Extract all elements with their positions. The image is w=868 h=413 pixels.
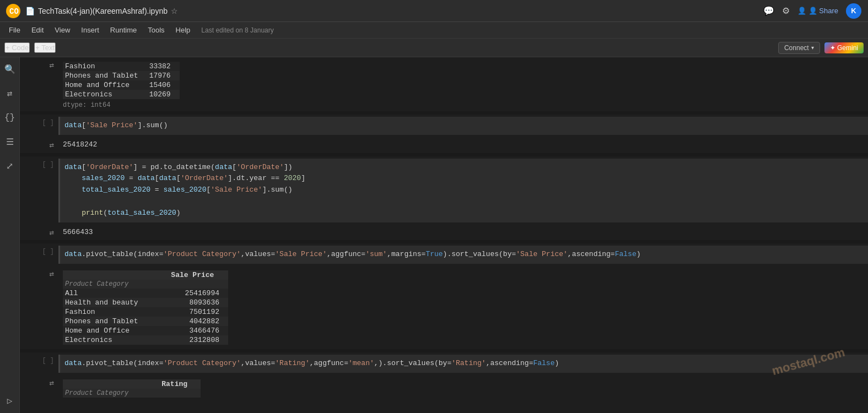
cell2-output-gutter: ⇄ xyxy=(20,138,58,150)
table-cell: 10269 xyxy=(147,90,180,99)
cell4-output-body: Sale Price Product Category All 25416994… xyxy=(58,267,868,348)
table-cell-value: 2312808 xyxy=(164,335,228,345)
table-row: Phones and Tablet 17976 xyxy=(63,71,180,80)
cell4-code-line: data.pivot_table(index='Product Category… xyxy=(64,249,864,260)
table-cell: Phones and Tablet xyxy=(63,71,147,80)
sidebar-code-icon[interactable]: {} xyxy=(2,110,18,126)
chat-icon[interactable]: 💬 xyxy=(763,6,774,16)
cell3-gutter: [ ] xyxy=(20,159,58,169)
cell1-output-body: Fashion 33382 Phones and Tablet 17976 Ho… xyxy=(58,58,868,110)
pivot-table-rating: Rating Product Category xyxy=(63,379,201,398)
cell2: [ ] data['Sale Price'].sum() xyxy=(20,115,868,137)
menu-edit[interactable]: Edit xyxy=(27,25,48,35)
add-code-button[interactable]: + Code xyxy=(4,42,30,53)
share-button[interactable]: 👤 👤 Share xyxy=(797,7,838,15)
table-cell: Electronics xyxy=(63,90,147,99)
table-cell: 17976 xyxy=(147,71,180,80)
cell5-output-gutter: ⇄ xyxy=(20,376,58,388)
sidebar-files-icon[interactable]: ☰ xyxy=(2,134,18,150)
sidebar: 🔍 ⇄ {} ☰ ⤢ ▷ xyxy=(0,57,20,413)
sidebar-run-icon[interactable]: ▷ xyxy=(2,393,18,409)
toolbar: + Code + Text Connect ▾ ✦ Gemini xyxy=(0,39,868,57)
cell2-output-value: 25418242 xyxy=(63,139,864,151)
cell2-output-body: 25418242 xyxy=(58,138,868,152)
table-cell-value: 25416994 xyxy=(164,289,228,298)
table-row: Home and Office 15406 xyxy=(63,80,180,90)
menu-tools[interactable]: Tools xyxy=(143,25,169,35)
pivot-rating-header: Rating xyxy=(63,379,201,389)
avatar[interactable]: K xyxy=(846,3,861,19)
table-cell: Fashion xyxy=(63,62,147,71)
table-cell-value: 7501192 xyxy=(164,307,228,317)
cell3-output-body: 5666433 xyxy=(58,226,868,240)
table-row: Electronics 10269 xyxy=(63,90,180,99)
table-header-category-label: Product Category xyxy=(63,280,164,289)
menu-insert[interactable]: Insert xyxy=(77,25,104,35)
pivot-table-sale-price: Sale Price Product Category All 25416994… xyxy=(63,270,228,345)
table-row: Health and beauty 8093636 xyxy=(63,298,228,307)
notebook-title[interactable]: TechTask(4-jan)(KareemAshraf).ipynb xyxy=(38,7,168,15)
table-row: Home and Office 3466476 xyxy=(63,326,228,335)
settings-icon[interactable]: ⚙ xyxy=(782,6,790,16)
menu-view[interactable]: View xyxy=(50,25,74,35)
table-header-rating: Rating xyxy=(155,379,201,389)
table-cell-category: Fashion xyxy=(63,307,164,317)
menu-runtime[interactable]: Runtime xyxy=(106,25,141,35)
table-row: All 25416994 xyxy=(63,289,228,298)
table-header-empty xyxy=(63,379,155,389)
cell4-gutter: [ ] xyxy=(20,246,58,256)
star-icon[interactable]: ☆ xyxy=(171,7,178,15)
notebook: ⇄ Fashion 33382 Phones and Tablet 17976 … xyxy=(20,57,868,413)
cell2-code-line: data['Sale Price'].sum() xyxy=(64,121,168,129)
cell4-output-gutter: ⇄ xyxy=(20,267,58,279)
cell3-bracket: [ ] xyxy=(42,161,54,169)
cell3-code-body[interactable]: data['OrderDate'] = pd.to_datetime(data[… xyxy=(58,159,868,222)
sidebar-search-icon[interactable]: 🔍 xyxy=(2,62,18,77)
table-cell xyxy=(164,280,228,289)
table-cell-category: Home and Office xyxy=(63,326,164,335)
table-cell-value: 3466476 xyxy=(164,326,228,335)
cell5-output-body: Rating Product Category xyxy=(58,376,868,401)
cell5-output-icon: ⇄ xyxy=(50,378,54,388)
cell4-output: ⇄ Sale Price Product Category All 254169… xyxy=(20,266,868,349)
menu-file[interactable]: File xyxy=(4,25,25,35)
cell5: [ ] data.pivot_table(index='Product Cate… xyxy=(20,352,868,375)
menu-help[interactable]: Help xyxy=(171,25,195,35)
cell2-gutter: [ ] xyxy=(20,117,58,127)
table-row: Fashion 7501192 xyxy=(63,307,228,317)
dtype-text: dtype: int64 xyxy=(63,101,864,109)
sidebar-expand-icon[interactable]: ⤢ xyxy=(2,159,18,174)
cell5-code-line: data.pivot_table(index='Product Category… xyxy=(64,358,864,369)
share-icon: 👤 xyxy=(797,7,806,15)
cell2-bracket: [ ] xyxy=(42,119,54,127)
cell5-output: ⇄ Rating Product Category xyxy=(20,375,868,402)
gemini-button[interactable]: ✦ Gemini xyxy=(824,42,864,53)
cell3-output-value: 5666433 xyxy=(63,227,864,238)
cell1-output-gutter: ⇄ xyxy=(20,58,58,70)
table-cell-category: All xyxy=(63,289,164,298)
cell2-code-body[interactable]: data['Sale Price'].sum() xyxy=(58,117,868,135)
colab-logo: CO xyxy=(6,3,21,19)
category-count-table: Fashion 33382 Phones and Tablet 17976 Ho… xyxy=(63,62,180,99)
table-header-index xyxy=(63,270,164,280)
table-cell: Home and Office xyxy=(63,80,147,90)
sidebar-variables-icon[interactable]: ⇄ xyxy=(2,86,18,101)
file-icon: 📄 xyxy=(25,7,35,15)
add-text-button[interactable]: + Text xyxy=(34,42,56,53)
cell2-output: ⇄ 25418242 xyxy=(20,137,868,153)
cell3-line3: total_sales_2020 = sales_2020['Sale Pric… xyxy=(64,184,864,196)
table-header-index-row: Product Category xyxy=(63,280,228,289)
cell1-output-icon: ⇄ xyxy=(50,61,54,70)
menu-bar: File Edit View Insert Runtime Tools Help… xyxy=(0,22,868,39)
svg-text:CO: CO xyxy=(9,7,19,16)
cell5-gutter: [ ] xyxy=(20,355,58,365)
cell4-code-body[interactable]: data.pivot_table(index='Product Category… xyxy=(58,246,868,264)
cell3: [ ] data['OrderDate'] = pd.to_datetime(d… xyxy=(20,156,868,225)
table-row: Electronics 2312808 xyxy=(63,335,228,345)
main-layout: 🔍 ⇄ {} ☰ ⤢ ▷ ⇄ Fashion 33382 Phones and … xyxy=(0,57,868,413)
cell4-output-icon: ⇄ xyxy=(50,269,54,279)
file-title-area: 📄 TechTask(4-jan)(KareemAshraf).ipynb ☆ xyxy=(25,7,178,15)
connect-button[interactable]: Connect ▾ xyxy=(778,42,820,54)
cell5-code-body[interactable]: data.pivot_table(index='Product Category… xyxy=(58,355,868,373)
table-cell-value: 4042882 xyxy=(164,317,228,326)
